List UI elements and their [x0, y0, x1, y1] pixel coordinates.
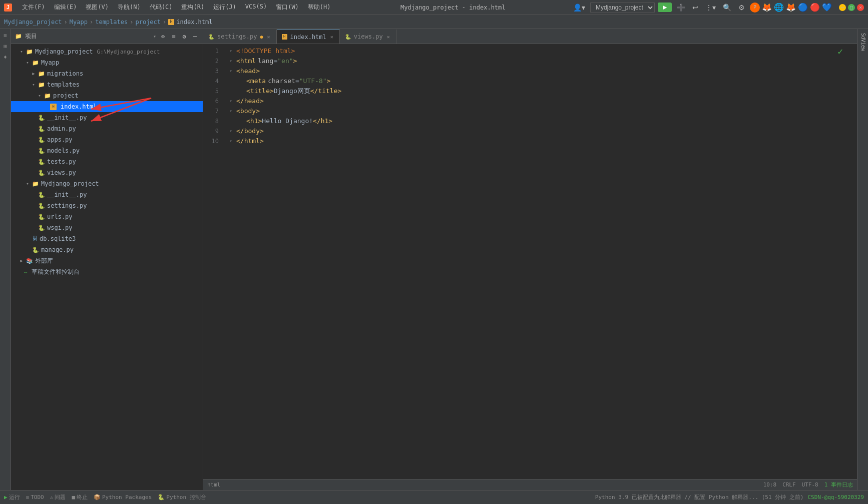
menu-code[interactable]: 代码(C)	[146, 2, 177, 13]
breadcrumb-file[interactable]: index.html	[176, 19, 212, 26]
expand-arrow[interactable]: ▾	[37, 93, 42, 98]
tree-item-index-html[interactable]: H index.html	[11, 101, 203, 112]
menu-file[interactable]: 文件(F)	[18, 2, 49, 13]
tree-item-init-py[interactable]: 🐍 __init__.py	[11, 112, 203, 123]
panel-dropdown-arrow[interactable]: ▾	[153, 34, 156, 39]
code-lines[interactable]: ▾ <!DOCTYPE html> ▾ <html lang = "en" >	[223, 44, 857, 479]
tab-index-html[interactable]: H index.html ✕	[277, 30, 340, 44]
folder-icon: 📁	[26, 48, 33, 55]
tree-item-init-py-2[interactable]: 🐍 __init__.py	[11, 189, 203, 200]
menu-edit[interactable]: 编辑(E)	[50, 2, 81, 13]
breadcrumb-templates[interactable]: templates	[95, 19, 128, 26]
problems-button[interactable]: ⚠ 问题	[50, 493, 66, 501]
tab-settings[interactable]: 🐍 settings.py ● ✕	[203, 30, 277, 44]
folder-icon: 📁	[32, 180, 39, 187]
tree-item-external-libs[interactable]: ▶ 📚 外部库	[11, 255, 203, 266]
tree-item-tests-py[interactable]: 🐍 tests.py	[11, 156, 203, 167]
tree-item-db-sqlite3[interactable]: 🗄 db.sqlite3	[11, 233, 203, 244]
tree-item-models-py[interactable]: 🐍 models.py	[11, 145, 203, 156]
expand-arrow[interactable]: ▶	[31, 71, 36, 76]
run-button[interactable]: ▶	[658, 3, 672, 12]
menu-run[interactable]: 运行(J)	[209, 2, 240, 13]
code-editor[interactable]: ✓ 1 2 3 4 5 6 7 8 9 10 ▾	[203, 44, 857, 479]
expand-arrow[interactable]: ▾	[25, 181, 30, 186]
fold-arrow[interactable]: ▾	[229, 56, 234, 66]
menu-view[interactable]: 视图(V)	[82, 2, 113, 13]
menu-help[interactable]: 帮助(H)	[304, 2, 335, 13]
scmview-icon[interactable]: SdView	[857, 31, 869, 53]
tree-item-myapp[interactable]: ▾ 📁 Myapp	[11, 57, 203, 68]
tree-item-mydjango-root[interactable]: ▾ 📁 Mydjango_project G:\Mydjango_project	[11, 46, 203, 57]
fold-arrow[interactable]: ▾	[229, 46, 234, 56]
fold-arrow[interactable]: ▾	[229, 66, 234, 76]
tree-item-urls-py[interactable]: 🐍 urls.py	[11, 211, 203, 222]
tree-item-migrations[interactable]: ▶ 📁 migrations	[11, 68, 203, 79]
tree-item-manage-py[interactable]: 🐍 manage.py	[11, 244, 203, 255]
commit-icon[interactable]: ⊞	[1, 42, 10, 51]
tab-views[interactable]: 🐍 views.py ✕	[340, 30, 396, 44]
profile-button[interactable]: 👤▾	[571, 3, 587, 13]
tab-close-index[interactable]: ✕	[329, 34, 334, 40]
folder-icon: 📁	[32, 59, 39, 66]
language-indicator[interactable]: html	[207, 481, 221, 488]
tree-item-project[interactable]: ▾ 📁 project	[11, 90, 203, 101]
menu-bar[interactable]: 文件(F) 编辑(E) 视图(V) 导航(N) 代码(C) 重构(R) 运行(J…	[18, 2, 335, 13]
tree-item-mydjango-inner[interactable]: ▾ 📁 Mydjango_project	[11, 178, 203, 189]
tree-item-templates[interactable]: ▾ 📁 templates	[11, 79, 203, 90]
breadcrumb-project[interactable]: project	[135, 19, 161, 26]
panel-locate-icon[interactable]: ⊕	[159, 32, 167, 41]
bookmark-icon[interactable]: ♦	[1, 53, 10, 62]
breadcrumb-root[interactable]: Mydjango_project	[4, 19, 62, 26]
breadcrumb: Mydjango_project › Myapp › templates › p…	[0, 15, 868, 29]
tree-item-settings-py[interactable]: 🐍 settings.py	[11, 200, 203, 211]
minimize-button[interactable]: ─	[839, 4, 846, 11]
menu-nav[interactable]: 导航(N)	[114, 2, 145, 13]
breadcrumb-myapp[interactable]: Myapp	[70, 19, 88, 26]
tree-item-views-py[interactable]: 🐍 views.py	[11, 167, 203, 178]
fold-arrow[interactable]: ▾	[229, 106, 234, 116]
project-selector[interactable]: Mydjango_project	[590, 2, 655, 13]
console-button[interactable]: 🐍 Python 控制台	[158, 493, 206, 501]
fold-arrow[interactable]: ▾	[229, 96, 234, 106]
todo-button[interactable]: ≡ TODO	[26, 494, 44, 500]
panel-close-icon[interactable]: ─	[191, 32, 199, 41]
tree-item-wsgi-py[interactable]: 🐍 wsgi.py	[11, 222, 203, 233]
menu-refactor[interactable]: 重构(R)	[177, 2, 208, 13]
expand-arrow[interactable]: ▾	[31, 82, 36, 87]
packages-button[interactable]: 📦 Python Packages	[94, 494, 152, 500]
tree-item-admin-py[interactable]: 🐍 admin.py	[11, 123, 203, 134]
rerun-button[interactable]: ↩	[690, 3, 700, 13]
add-config-button[interactable]: ➕	[675, 3, 687, 13]
close-button[interactable]: ✕	[857, 4, 864, 11]
charset-indicator[interactable]: UTF-8	[802, 481, 818, 488]
menu-vcs[interactable]: VCS(S)	[241, 2, 271, 13]
fold-arrow[interactable]: ▾	[229, 136, 234, 146]
py-file-icon: 🐍	[38, 225, 45, 231]
py-file-icon: 🐍	[38, 148, 45, 154]
file-tree-container: ▾ 📁 Mydjango_project G:\Mydjango_project…	[11, 44, 203, 279]
settings-button[interactable]: ⚙	[736, 3, 747, 13]
terminal-button[interactable]: ■ 终止	[72, 493, 88, 501]
search-button[interactable]: 🔍	[721, 3, 733, 13]
panel-settings-icon[interactable]: ⚙	[181, 32, 188, 41]
expand-arrow[interactable]: ▶	[19, 258, 24, 263]
menu-window[interactable]: 窗口(W)	[272, 2, 303, 13]
more-button[interactable]: ⋮▾	[703, 3, 718, 13]
run-bottom-button[interactable]: ▶ 运行	[4, 493, 20, 501]
fold-arrow[interactable]: ▾	[229, 126, 234, 136]
tree-item-scratch[interactable]: ✏ 草稿文件和控制台	[11, 266, 203, 277]
expand-arrow[interactable]: ▾	[19, 49, 24, 54]
tree-item-apps-py[interactable]: 🐍 apps.py	[11, 134, 203, 145]
app-logo: J	[4, 4, 12, 12]
maximize-button[interactable]: □	[848, 4, 855, 11]
events-indicator[interactable]: 1 事件日志	[824, 481, 853, 488]
editor-status-bar: html 10:8 CRLF UTF-8 1 事件日志	[203, 479, 857, 490]
line-ending[interactable]: CRLF	[782, 481, 796, 488]
expand-arrow[interactable]: ▾	[25, 60, 30, 65]
panel-collapse-icon[interactable]: ≡	[170, 32, 177, 41]
tab-close-settings[interactable]: ✕	[266, 34, 271, 40]
structure-icon[interactable]: ≡	[1, 31, 10, 40]
tab-close-views[interactable]: ✕	[386, 34, 391, 40]
project-panel: 📁 项目 ▾ ⊕ ≡ ⚙ ─	[11, 29, 203, 490]
main-layout: ≡ ⊞ ♦ 📁 项目 ▾ ⊕ ≡ ⚙ ─	[0, 29, 868, 490]
